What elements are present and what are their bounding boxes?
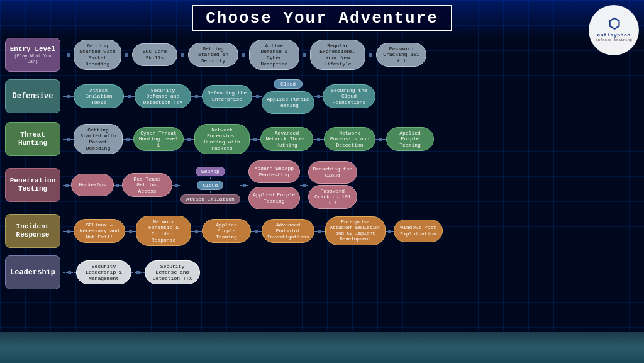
logo-tagline: infosec training: [596, 38, 632, 42]
cat-entry-label: Entry Level: [10, 45, 56, 53]
cat-pentest: Penetration Testing: [5, 168, 60, 202]
cat-pentest-label: Penetration Testing: [8, 177, 57, 193]
v-line: [210, 177, 211, 179]
tag-webapp[interactable]: WebApp: [196, 167, 225, 176]
node-getting-started-security[interactable]: Getting Started in Security: [188, 43, 238, 67]
node-threat-packets[interactable]: Getting Started with Packet Decoding: [74, 124, 123, 154]
node-advanced-endpoint[interactable]: Advanced Endpoint Investigations: [262, 219, 314, 243]
threat-flow: Getting Started with Packet Decoding Cyb…: [63, 124, 639, 154]
pentest-far-right: Breaching the Cloud Password Cracking 10…: [308, 161, 357, 209]
v-line: [210, 191, 211, 193]
pentest-flow: HackerOps Red Team: Getting Access WebAp…: [63, 160, 639, 209]
cat-defensive: Defensive: [5, 79, 60, 113]
logo-icon: ⬡: [608, 18, 620, 32]
cat-leadership: Leadership: [5, 255, 60, 289]
entry-flow: Getting Started with Packet Decoding SOC…: [63, 40, 639, 70]
logo: ⬡ antisyphon infosec training: [589, 5, 639, 55]
node-modern-webapp[interactable]: Modern WebApp Pentesting: [248, 160, 300, 183]
incident-flow: SELinux – Necessary and Not Evil! Networ…: [63, 216, 639, 246]
tag-cloud-pentest[interactable]: Cloud: [197, 181, 223, 190]
cat-defensive-label: Defensive: [13, 92, 53, 101]
title-bar: Choose Your Adventure: [5, 5, 639, 31]
node-applied-purple-incident[interactable]: Applied Purple Teaming: [202, 219, 251, 243]
node-applied-purple-pentest[interactable]: Applied Purple Teaming: [248, 187, 300, 209]
node-network-forensics-detection[interactable]: Network Forensics and Detection: [324, 127, 375, 152]
node-password-cracking-entry[interactable]: Password Cracking 101 + 1: [376, 43, 426, 67]
tag-attack-emulation[interactable]: Attack Emulation: [180, 194, 240, 204]
node-selinux[interactable]: SELinux – Necessary and Not Evil!: [74, 219, 125, 243]
cat-threat: Threat Hunting: [5, 122, 60, 156]
node-enterprise-attacker[interactable]: Enterprise Attacker Emulation and C2 Imp…: [325, 216, 386, 245]
defensive-flow: Attack Emulation Tools Security Defense …: [63, 79, 639, 114]
node-security-defense-leadership[interactable]: Security Defense and Detection TTX: [145, 260, 200, 285]
pentest-right-branch: Modern WebApp Pentesting Applied Purple …: [248, 160, 300, 209]
cat-leadership-label: Leadership: [10, 268, 55, 277]
page-title: Choose Your Adventure: [192, 5, 452, 31]
line: [131, 272, 136, 273]
line: [71, 272, 76, 273]
node-securing-cloud[interactable]: Securing the Cloud Foundations: [323, 84, 375, 109]
row-threat: Threat Hunting Getting Started with Pack…: [5, 118, 639, 160]
node-defending-enterprise[interactable]: Defending the Enterprise: [202, 85, 252, 108]
node-getting-started-packets[interactable]: Getting Started with Packet Decoding: [74, 40, 121, 70]
logo-name: antisyphon: [597, 32, 630, 38]
node-active-defense[interactable]: Active Defense & Cyber Deception: [249, 40, 299, 70]
line: [63, 272, 68, 273]
node-advanced-network-threat[interactable]: Advanced Network Threat Hutning: [260, 127, 313, 152]
row-incident: Incident Response SELinux – Necessary an…: [5, 210, 639, 252]
node-soc-core[interactable]: SOC Core Skills: [132, 43, 177, 66]
cat-entry-sub: (Play What You Can): [8, 53, 57, 64]
node-attack-emulation-tools[interactable]: Attack Emulation Tools: [74, 84, 124, 109]
row-defensive: Defensive Attack Emulation Tools Securit…: [5, 77, 639, 116]
node-password-cracking-pentest[interactable]: Password Cracking 101 + 1: [308, 185, 357, 209]
cat-incident-label: Incident Response: [8, 223, 57, 239]
node-applied-purple-defensive[interactable]: Applied Purple Teaming: [262, 91, 314, 114]
node-windows-post[interactable]: Windows Post Exploitation: [394, 220, 443, 242]
node-applied-purple-threat[interactable]: Applied Purple Teaming: [386, 127, 434, 152]
row-entry: Entry Level (Play What You Can) Getting …: [5, 35, 639, 74]
node-network-forensics-packets[interactable]: Network Forensics: Hunting with Packets: [194, 124, 250, 154]
cat-entry: Entry Level (Play What You Can): [5, 38, 60, 72]
cat-threat-label: Threat Hunting: [8, 131, 57, 147]
node-security-defense-ttx[interactable]: Security Defense and Detection TTX: [135, 84, 191, 109]
node-network-forensic-incident[interactable]: Network Forensic & Incident Response: [136, 216, 191, 246]
pentest-branch: WebApp Cloud Attack Emulation: [180, 167, 240, 204]
cat-incident: Incident Response: [5, 214, 60, 248]
node-cyber-threat-hunting[interactable]: Cyber Threat Hunting Level 1: [133, 127, 184, 152]
line: [140, 272, 145, 273]
node-security-leadership[interactable]: Security Leadership & Management: [76, 260, 131, 285]
row-leadership: Leadership Security Leadership & Managem…: [5, 254, 639, 291]
defensive-branch: Cloud Applied Purple Teaming: [262, 79, 314, 114]
node-hackerops[interactable]: HackerOps: [71, 174, 114, 196]
node-red-team-access[interactable]: Red Team: Getting Access: [122, 173, 172, 198]
tag-cloud-defensive[interactable]: Cloud: [274, 79, 303, 89]
main-content: Choose Your Adventure ⬡ antisyphon infos…: [0, 0, 644, 363]
leadership-flow: Security Leadership & Management Securit…: [63, 260, 639, 285]
node-breaching-cloud[interactable]: Breaching the Cloud: [308, 161, 357, 184]
rows-container: Entry Level (Play What You Can) Getting …: [5, 35, 639, 291]
row-pentest: Penetration Testing HackerOps Red Team: …: [5, 162, 639, 208]
node-regex[interactable]: Regular Expressions, Your New Lifestyle: [310, 40, 365, 70]
